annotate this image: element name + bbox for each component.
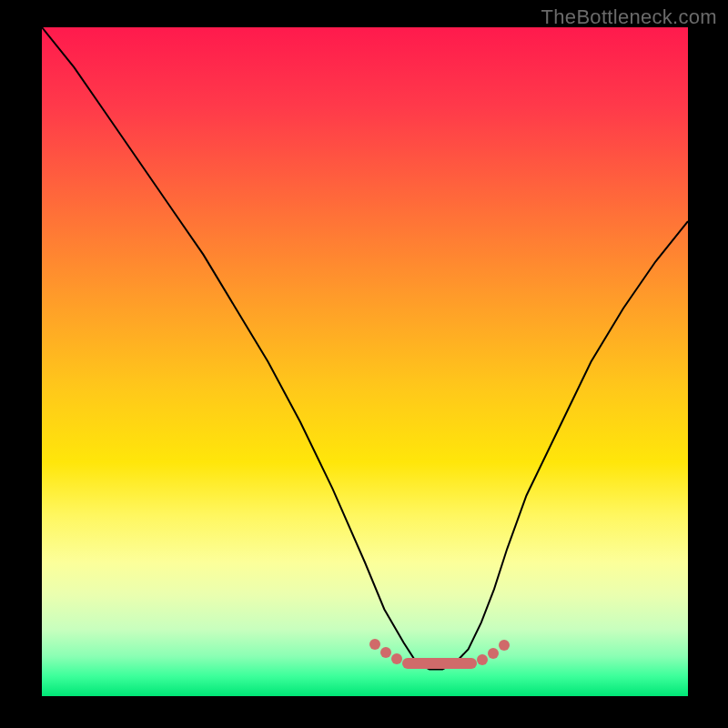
valley-marker xyxy=(477,654,488,665)
valley-marker xyxy=(488,648,499,659)
watermark-text: TheBottleneck.com xyxy=(541,5,717,29)
chart-area xyxy=(42,27,688,696)
curve-svg xyxy=(42,27,688,696)
valley-marker xyxy=(380,647,391,658)
valley-marker xyxy=(369,639,380,650)
valley-marker xyxy=(391,653,402,664)
valley-marker xyxy=(402,658,477,669)
bottleneck-curve xyxy=(42,27,688,670)
valley-marker xyxy=(499,640,510,651)
